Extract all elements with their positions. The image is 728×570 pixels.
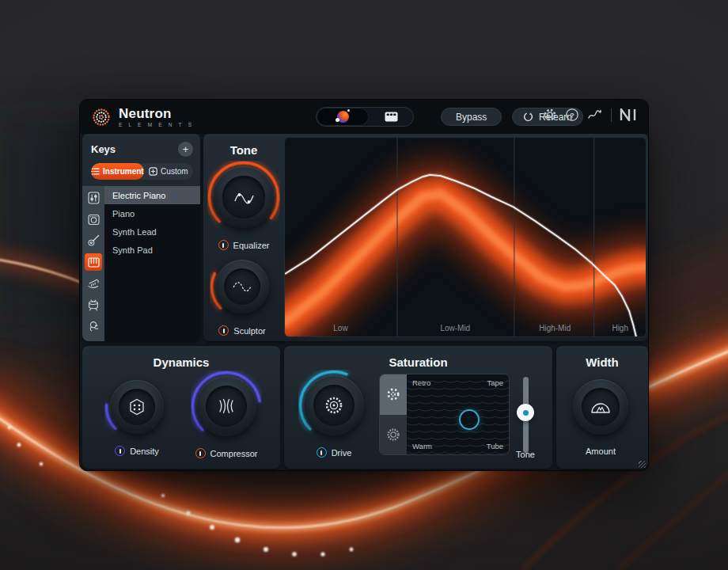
equalizer-module: Equalizer bbox=[207, 161, 280, 250]
category-amp-icon[interactable] bbox=[85, 211, 102, 228]
dynamics-panel: Dynamics Density bbox=[82, 346, 280, 469]
preset-item[interactable]: Electric Piano bbox=[104, 186, 200, 204]
bypass-button[interactable]: Bypass bbox=[441, 108, 502, 126]
eq-band-label: Low-Mid bbox=[440, 324, 470, 332]
equalizer-knob[interactable] bbox=[207, 161, 280, 234]
pad-corner-tube: Tube bbox=[487, 442, 503, 450]
category-brass-icon[interactable] bbox=[85, 275, 102, 292]
density-power-toggle[interactable] bbox=[115, 446, 125, 456]
pad-corner-warm: Warm bbox=[412, 442, 432, 450]
drive-module: Drive bbox=[298, 370, 370, 458]
tone-panel: Tone Equalizer bbox=[203, 134, 648, 341]
tone-slider-thumb[interactable] bbox=[517, 404, 534, 421]
add-preset-button[interactable]: + bbox=[178, 142, 193, 157]
saturation-mode-sparkle-tab[interactable] bbox=[380, 374, 407, 415]
category-keys-icon[interactable] bbox=[85, 253, 102, 271]
density-hexagon-icon bbox=[127, 397, 146, 416]
drive-saturation-icon bbox=[324, 395, 344, 416]
assistant-sphere-icon bbox=[337, 111, 349, 123]
category-guitar-icon[interactable] bbox=[85, 232, 102, 249]
settings-gear-icon[interactable] bbox=[543, 108, 557, 122]
category-drums-icon[interactable] bbox=[85, 296, 102, 314]
eq-band-label: High-Mid bbox=[539, 324, 571, 332]
sculptor-knob[interactable] bbox=[210, 254, 275, 319]
dynamics-title: Dynamics bbox=[82, 355, 280, 369]
topbar-divider bbox=[611, 108, 612, 122]
compressor-power-toggle[interactable] bbox=[195, 448, 206, 458]
xy-pad-puck[interactable] bbox=[459, 409, 480, 430]
pad-corner-retro: Retro bbox=[412, 378, 430, 387]
desktop-background: Neutron E L E M E N T S bbox=[0, 0, 728, 570]
compressor-knob[interactable] bbox=[191, 370, 262, 442]
tone-title: Tone bbox=[203, 143, 284, 157]
eq-band-label: High bbox=[612, 324, 628, 332]
preset-item[interactable]: Synth Pad bbox=[104, 241, 200, 259]
compressor-squeeze-icon bbox=[215, 396, 237, 416]
sculptor-power-toggle[interactable] bbox=[218, 325, 229, 336]
density-module: Density bbox=[104, 374, 169, 456]
eq-spectrum-svg: LowLow-MidHigh-MidHigh bbox=[285, 138, 646, 337]
density-label: Density bbox=[130, 446, 159, 456]
compressor-module: Compressor bbox=[191, 370, 262, 458]
drive-power-toggle[interactable] bbox=[317, 447, 327, 458]
detail-view-segment[interactable] bbox=[369, 112, 413, 122]
saturation-mode-gear-tab[interactable] bbox=[380, 415, 407, 455]
drive-knob[interactable] bbox=[298, 370, 370, 441]
instrument-category-strip bbox=[82, 186, 104, 341]
preset-item[interactable]: Synth Lead bbox=[104, 222, 200, 241]
browser-tabs: Instrument Custom bbox=[91, 163, 193, 180]
tab-custom[interactable]: Custom bbox=[144, 163, 193, 180]
equalizer-curve-icon bbox=[232, 187, 256, 207]
detail-view-icon bbox=[385, 112, 398, 122]
svg-text:?: ? bbox=[570, 111, 574, 120]
preset-browser-panel: Keys + Instrument bbox=[82, 134, 200, 341]
tab-instrument[interactable]: Instrument bbox=[91, 163, 144, 180]
width-goniometer-icon bbox=[590, 399, 612, 415]
relearn-refresh-icon bbox=[523, 112, 533, 122]
top-bar: Neutron E L E M E N T S bbox=[80, 100, 648, 134]
tab-custom-label: Custom bbox=[161, 167, 188, 176]
tab-instrument-label: Instrument bbox=[103, 167, 144, 176]
eq-spectrum-display[interactable]: LowLow-MidHigh-MidHigh bbox=[284, 137, 646, 337]
amount-label: Amount bbox=[586, 446, 616, 456]
preset-list: Electric PianoPianoSynth LeadSynth Pad bbox=[104, 186, 200, 341]
tone-slider-label: Tone bbox=[506, 450, 545, 459]
sparkle-icon bbox=[386, 387, 400, 401]
density-knob[interactable] bbox=[104, 374, 169, 439]
browser-title: Keys bbox=[91, 143, 116, 155]
width-title: Width bbox=[556, 355, 648, 369]
brand-subtitle: E L E M E N T S bbox=[119, 122, 194, 127]
sculptor-wave-icon bbox=[231, 278, 253, 295]
view-mode-toggle[interactable] bbox=[316, 107, 414, 127]
help-icon[interactable]: ? bbox=[565, 108, 579, 122]
drive-label: Drive bbox=[332, 448, 352, 458]
sculptor-label: Sculptor bbox=[233, 326, 265, 336]
preset-item[interactable]: Piano bbox=[104, 204, 200, 222]
brand-name: Neutron bbox=[119, 107, 194, 120]
equalizer-power-toggle[interactable] bbox=[218, 240, 229, 250]
assistant-view-segment[interactable] bbox=[317, 108, 369, 126]
category-vocals-icon[interactable] bbox=[85, 317, 102, 335]
tone-slider[interactable] bbox=[515, 377, 536, 456]
amount-module: Amount bbox=[567, 374, 634, 456]
xy-pad-area[interactable]: Retro Tape Warm Tube bbox=[407, 374, 509, 454]
instrument-list-icon bbox=[91, 168, 100, 175]
eq-band-label: Low bbox=[333, 324, 348, 332]
equalizer-label: Equalizer bbox=[233, 241, 270, 250]
neutron-logo-icon bbox=[91, 107, 112, 127]
amount-knob[interactable] bbox=[567, 374, 634, 440]
neutron-plugin-window: Neutron E L E M E N T S bbox=[79, 99, 649, 471]
compressor-label: Compressor bbox=[210, 449, 258, 458]
saturation-xy-pad: Retro Tape Warm Tube bbox=[379, 374, 510, 455]
custom-add-icon bbox=[149, 167, 157, 176]
saturation-panel: Saturation Drive bbox=[284, 346, 552, 469]
ni-logo bbox=[620, 108, 639, 121]
gear-mode-icon bbox=[386, 428, 400, 442]
category-faders-icon[interactable] bbox=[85, 189, 102, 207]
brand: Neutron E L E M E N T S bbox=[91, 107, 194, 127]
signal-chain-icon[interactable] bbox=[587, 108, 603, 122]
pad-corner-tape: Tape bbox=[487, 378, 503, 387]
resize-grip[interactable] bbox=[639, 461, 646, 468]
saturation-title: Saturation bbox=[284, 355, 552, 369]
sculptor-module: Sculptor bbox=[210, 254, 275, 336]
